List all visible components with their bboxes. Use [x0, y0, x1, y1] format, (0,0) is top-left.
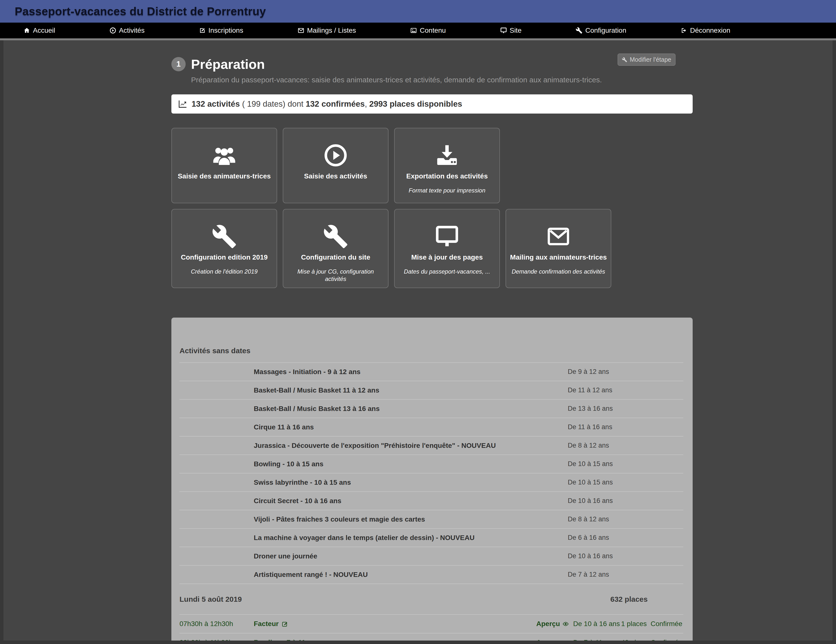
activity-age-range: De 7 à 11 ans	[573, 639, 621, 641]
activity-places: 40 places	[621, 639, 651, 641]
app-title: Passeport-vacances du District de Porren…	[15, 5, 266, 18]
envelope-icon	[545, 224, 571, 249]
activity-age-range: De 9 à 12 ans	[568, 368, 683, 376]
card-title: Mailing aux animateurs-trices	[509, 253, 607, 261]
table-row: Cirque 11 à 16 ans De 11 à 16 ans	[180, 417, 683, 436]
step-description: Préparation du passeport-vacances: saisi…	[191, 76, 693, 84]
activity-name: Bowling - 7 à 11 ans	[254, 639, 319, 641]
card-configuration-site[interactable]: Configuration du site Mise à jour CG, co…	[283, 209, 389, 288]
edit-icon[interactable]	[322, 639, 329, 641]
card-saisie-activites[interactable]: Saisie des activités	[283, 128, 389, 203]
table-row: Basket-Ball / Music Basket 11 à 12 ans D…	[180, 381, 683, 399]
stats-confirmed: 132 confirmées	[305, 99, 365, 109]
activity-name: Droner une journée	[254, 552, 568, 560]
activity-name: Basket-Ball / Music Basket 13 à 16 ans	[254, 405, 568, 413]
table-row: Massages - Initiation - 9 à 12 ans De 9 …	[180, 362, 683, 381]
activity-name: Facteur	[254, 620, 279, 628]
eye-icon	[562, 639, 569, 641]
edit-icon[interactable]	[281, 621, 288, 627]
main-content: 1 Préparation Préparation du passeport-v…	[3, 40, 833, 641]
stats-dates: ( 199 dates) dont	[240, 99, 305, 109]
table-row: Swiss labyrinthe - 10 à 15 ans De 10 à 1…	[180, 473, 683, 491]
envelope-icon	[297, 27, 304, 34]
date-places-total: 632 places	[610, 595, 683, 603]
nav-label: Site	[510, 26, 521, 34]
activity-name-link[interactable]: Bowling - 7 à 11 ans	[254, 639, 536, 641]
activity-age-range: De 10 à 15 ans	[568, 479, 683, 486]
nav-label: Mailings / Listes	[307, 26, 356, 34]
status-badge: Confirmée	[651, 639, 683, 641]
cards-row-2: Configuration edition 2019 Création de l…	[171, 209, 693, 288]
wrench-icon	[211, 224, 237, 249]
activity-name: Swiss labyrinthe - 10 à 15 ans	[254, 479, 568, 486]
activity-age-range: De 11 à 12 ans	[568, 386, 683, 394]
activity-time: 07h30h à 12h30h	[180, 620, 254, 628]
main-nav: Accueil Activités Inscriptions Mailings …	[0, 23, 836, 38]
page-title: Préparation	[191, 57, 265, 72]
play-circle-icon	[323, 143, 348, 168]
nav-item-site[interactable]: Site	[500, 26, 521, 34]
card-subtitle: Mise à jour CG, configuration activités	[287, 268, 385, 283]
nav-item-accueil[interactable]: Accueil	[23, 26, 55, 34]
stats-places: 2993 places disponibles	[369, 99, 462, 109]
wrench-icon	[622, 57, 627, 62]
activity-name: Circuit Secret - 10 à 16 ans	[254, 497, 568, 505]
nav-item-deconnexion[interactable]: Déconnexion	[681, 26, 730, 34]
preview-link[interactable]: Aperçu	[536, 620, 573, 628]
card-subtitle: Création de l'édition 2019	[175, 268, 273, 275]
activity-age-range: De 13 à 16 ans	[568, 405, 683, 412]
edit-step-label: Modifier l'étape	[630, 56, 671, 63]
nav-item-mailings[interactable]: Mailings / Listes	[297, 26, 356, 34]
table-row: Basket-Ball / Music Basket 13 à 16 ans D…	[180, 399, 683, 417]
stats-bar: 132 activités ( 199 dates) dont 132 conf…	[171, 95, 693, 114]
nav-label: Activités	[119, 26, 145, 34]
image-icon	[410, 27, 417, 34]
desktop-icon	[500, 27, 507, 34]
stats-sep: ,	[365, 99, 369, 109]
activity-age-range: De 7 à 12 ans	[568, 571, 683, 578]
nav-label: Déconnexion	[690, 26, 730, 34]
card-title: Configuration du site	[287, 253, 385, 261]
table-row: Bowling - 10 à 15 ans De 10 à 15 ans	[180, 455, 683, 473]
pencil-square-icon	[199, 27, 206, 34]
home-icon	[23, 27, 30, 34]
table-row: Vijoli - Pâtes fraiches 3 couleurs et ma…	[180, 510, 683, 528]
play-circle-icon	[109, 27, 116, 34]
wrench-icon	[576, 27, 583, 34]
activity-age-range: De 10 à 16 ans	[568, 552, 683, 560]
eye-icon	[562, 621, 569, 627]
nav-item-activites[interactable]: Activités	[109, 26, 145, 34]
nav-item-inscriptions[interactable]: Inscriptions	[199, 26, 243, 34]
card-saisie-animateurs[interactable]: Saisie des animateurs-trices	[171, 128, 277, 203]
status-badge: Confirmée	[651, 620, 683, 628]
activity-age-range: De 10 à 15 ans	[568, 460, 683, 468]
card-mise-a-jour-pages[interactable]: Mise à jour des pages Dates du passeport…	[394, 209, 500, 288]
top-divider	[0, 38, 836, 40]
card-subtitle: Dates du passeport-vacances, ...	[398, 268, 496, 275]
date-label: Lundi 5 août 2019	[180, 595, 242, 603]
desktop-icon	[434, 224, 460, 249]
nav-item-contenu[interactable]: Contenu	[410, 26, 446, 34]
dated-activity-row: 07h30h à 12h30h Facteur Aperçu De 10 à 1…	[180, 614, 683, 633]
table-row: Droner une journée De 10 à 16 ans	[180, 547, 683, 565]
activity-age-range: De 10 à 16 ans	[573, 620, 621, 628]
preview-link[interactable]: Aperçu	[536, 639, 573, 641]
step-section: 1 Préparation Préparation du passeport-v…	[171, 57, 693, 84]
stats-activities: 132 activités	[191, 99, 240, 109]
activity-name: La machine à voyager dans le temps (atel…	[254, 534, 568, 542]
card-configuration-edition[interactable]: Configuration edition 2019 Création de l…	[171, 209, 277, 288]
nav-label: Contenu	[420, 26, 446, 34]
table-row: Artistiquement rangé ! - NOUVEAU De 7 à …	[180, 565, 683, 584]
nav-item-configuration[interactable]: Configuration	[576, 26, 626, 34]
activity-name: Vijoli - Pâtes fraiches 3 couleurs et ma…	[254, 515, 568, 523]
activity-name-link[interactable]: Facteur	[254, 620, 536, 628]
edit-step-button[interactable]: Modifier l'étape	[618, 54, 676, 66]
card-title: Saisie des activités	[287, 172, 385, 180]
app-header: Passeport-vacances du District de Porren…	[0, 0, 836, 23]
preview-label: Aperçu	[536, 639, 560, 641]
card-exportation-activites[interactable]: Exportation des activités Format texte p…	[394, 128, 500, 203]
activity-name: Cirque 11 à 16 ans	[254, 423, 568, 431]
activity-name: Basket-Ball / Music Basket 11 à 12 ans	[254, 386, 568, 394]
nav-label: Configuration	[585, 26, 626, 34]
card-mailing-animateurs[interactable]: Mailing aux animateurs-trices Demande co…	[506, 209, 611, 288]
